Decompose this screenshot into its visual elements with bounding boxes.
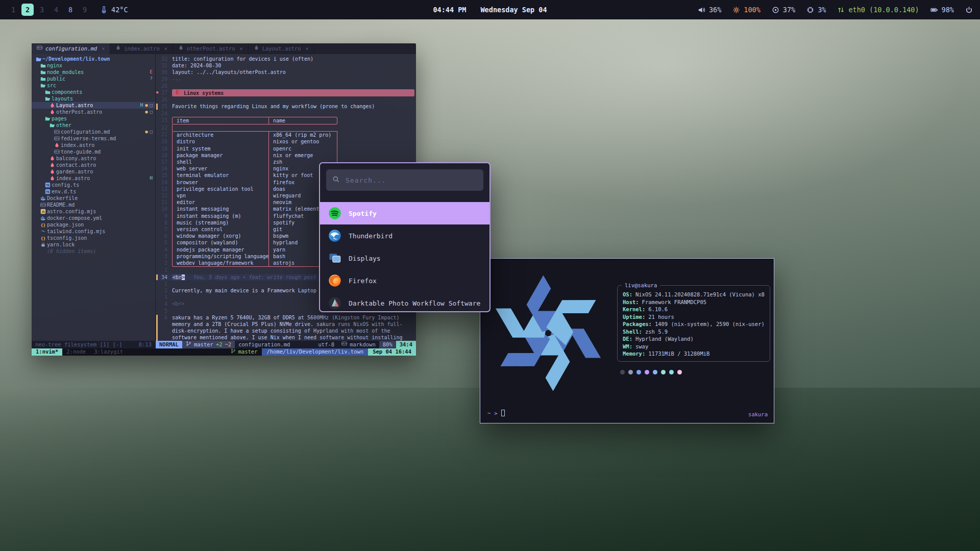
tree-item-configuration.md[interactable]: configuration.md●□ — [32, 129, 155, 135]
git-status-badges: ●□ — [145, 109, 153, 115]
tree-item-otherPost.astro[interactable]: otherPost.astro●□ — [32, 109, 155, 115]
gutter-sign-empty — [156, 131, 159, 138]
tree-item-label: layouts — [52, 95, 73, 102]
git-status-badges: H — [150, 175, 153, 182]
close-icon[interactable]: × — [305, 45, 308, 52]
close-icon[interactable]: × — [164, 45, 167, 52]
volume-module[interactable]: 36% — [698, 6, 721, 14]
tree-item-node_modules[interactable]: node_modulesE — [32, 69, 155, 76]
workspace-1[interactable]: 1 — [7, 4, 19, 16]
line-number: 6 — [159, 233, 172, 239]
editor-line: 32title: configuration for devices i use… — [156, 56, 416, 62]
tree-item-other[interactable]: other — [32, 122, 155, 129]
shell-prompt[interactable]: ~ > — [487, 410, 505, 417]
tree-item-layouts[interactable]: layouts — [32, 95, 155, 102]
tree-item-nginx[interactable]: nginx — [32, 62, 155, 69]
tree-item-tsconfig.json[interactable]: {}tsconfig.json — [32, 235, 155, 241]
astro-icon — [48, 169, 56, 174]
tree-item-pages[interactable]: pages — [32, 115, 155, 122]
tree-item-config.ts[interactable]: TSconfig.ts — [32, 182, 155, 188]
tree-item-Layout.astro[interactable]: Layout.astroH●□ — [32, 102, 155, 109]
terminal-window[interactable]: liv@sakura OS:NixOS 24.11.20240828.71e91… — [480, 258, 774, 423]
tree-item-Dockerfile[interactable]: Dockerfile — [32, 195, 155, 202]
table-cell-item: nodejs package manager — [172, 246, 269, 253]
close-icon[interactable]: × — [102, 45, 105, 52]
tab-Layout.astro[interactable]: Layout.astro× — [249, 43, 314, 54]
tree-item-docker-compose.yml[interactable]: docker-compose.yml — [32, 215, 155, 221]
tree-item-contact.astro[interactable]: contact.astro — [32, 162, 155, 168]
tree-item-garden.astro[interactable]: garden.astro — [32, 168, 155, 175]
tree-item-components[interactable]: components — [32, 89, 155, 95]
launcher-search-box[interactable] — [326, 169, 483, 191]
palette-dot-1 — [628, 370, 633, 374]
mode-indicator: NORMAL — [156, 341, 182, 348]
search-icon — [332, 176, 340, 185]
line-number: 5 — [159, 239, 172, 246]
tree-root[interactable]: ~/Development/liv.town — [32, 56, 155, 62]
gear-module[interactable]: 100% — [732, 6, 761, 14]
tree-item-tailwind.config.mjs[interactable]: tailwind.config.mjs — [32, 228, 155, 235]
launcher-entry-spotify[interactable]: Spotify — [320, 202, 489, 224]
disk-module[interactable]: 37% — [772, 6, 795, 14]
close-icon[interactable]: × — [240, 45, 243, 52]
tree-item-public[interactable]: public? — [32, 76, 155, 82]
tree-item-astro.config.mjs[interactable]: JSastro.config.mjs — [32, 208, 155, 215]
status-row: neo-tree filesystem [1] [-] 8:13 NORMAL … — [32, 341, 416, 348]
fetch-label: Packages: — [623, 320, 652, 328]
tree-item-env.d.ts[interactable]: TSenv.d.ts — [32, 188, 155, 195]
tmux-window-3lazygit[interactable]: 3:lazygit — [90, 348, 127, 356]
gutter-sign-empty — [156, 159, 159, 165]
palette-dot-0 — [620, 370, 625, 374]
search-input[interactable] — [345, 176, 477, 185]
tree-item-index.astro[interactable]: index.astro — [32, 142, 155, 148]
line-number: 23 — [159, 117, 172, 124]
launcher-entry-darktable-photo-workflow-software[interactable]: Darktable Photo Workflow Software — [320, 292, 489, 312]
tree-item-label: otherPost.astro — [56, 109, 102, 115]
tree-item-src[interactable]: src — [32, 82, 155, 89]
folder-open-icon — [39, 83, 47, 88]
astro-icon — [48, 109, 56, 115]
tree-item-README.md[interactable]: README.md — [32, 202, 155, 208]
folder-open-icon — [35, 56, 42, 62]
table-cell-item: compositor (wayland) — [172, 239, 269, 246]
tab-configuration.md[interactable]: configuration.md× — [32, 43, 110, 54]
workspace-4[interactable]: 4 — [50, 4, 62, 16]
volume-icon — [698, 6, 705, 14]
tree-item-fediverse-terms.md[interactable]: fediverse-terms.md — [32, 135, 155, 142]
network-module[interactable]: eth0 (10.0.0.140) — [837, 6, 919, 14]
fetch-label: Uptime: — [623, 313, 645, 321]
tab-index.astro[interactable]: index.astro× — [110, 43, 173, 54]
file-encoding: utf-8 — [315, 341, 338, 348]
status-modules: 36%100%37%3%eth0 (10.0.0.140)98% — [698, 6, 954, 14]
launcher-entry-firefox[interactable]: Firefox — [320, 269, 489, 292]
json-icon: {} — [39, 235, 47, 241]
workspace-2[interactable]: 2 — [21, 4, 34, 16]
tree-item-label: tailwind.config.mjs — [47, 228, 105, 235]
launcher-results: SpotifyThunderbirdDisplaysFirefoxDarktab… — [320, 202, 489, 312]
tree-item-package.json[interactable]: {}package.json — [32, 221, 155, 228]
tree-item-(6 hidden items)[interactable]: (6 hidden items) — [32, 248, 155, 255]
tree-item-index.astro[interactable]: index.astroH — [32, 175, 155, 182]
tree-item-tone-guide.md[interactable]: tone-guide.md — [32, 148, 155, 155]
cpu-module[interactable]: 3% — [806, 6, 826, 14]
launcher-entry-thunderbird[interactable]: Thunderbird — [320, 224, 489, 247]
launcher-entry-displays[interactable]: Displays — [320, 247, 489, 269]
workspace-3[interactable]: 3 — [36, 4, 48, 16]
tab-otherPost.astro[interactable]: otherPost.astro× — [173, 43, 249, 54]
astro-icon — [48, 103, 56, 108]
tree-item-label: other — [56, 122, 71, 129]
power-button[interactable] — [965, 6, 973, 14]
neotree-sidebar[interactable]: ~/Development/liv.townnginxnode_modulesE… — [32, 54, 156, 341]
tree-item-balcony.astro[interactable]: balcony.astro — [32, 155, 155, 162]
workspace-8[interactable]: 8 — [64, 4, 77, 16]
battery-module[interactable]: 98% — [930, 6, 954, 14]
tree-item-yarn.lock[interactable]: yarn.lock — [32, 241, 155, 248]
git-status-badges: H●□ — [140, 102, 153, 109]
line-number: 16 — [159, 165, 172, 172]
tmux-window-2node[interactable]: 2:node — [62, 348, 90, 356]
gutter-sign-empty — [156, 213, 159, 219]
tmux-window-1nvim[interactable]: 1:nvim* — [32, 348, 62, 356]
table-cell-item: privilege escalation tool — [172, 186, 269, 192]
gutter-sign-empty — [156, 76, 159, 83]
workspace-9[interactable]: 9 — [79, 4, 91, 16]
